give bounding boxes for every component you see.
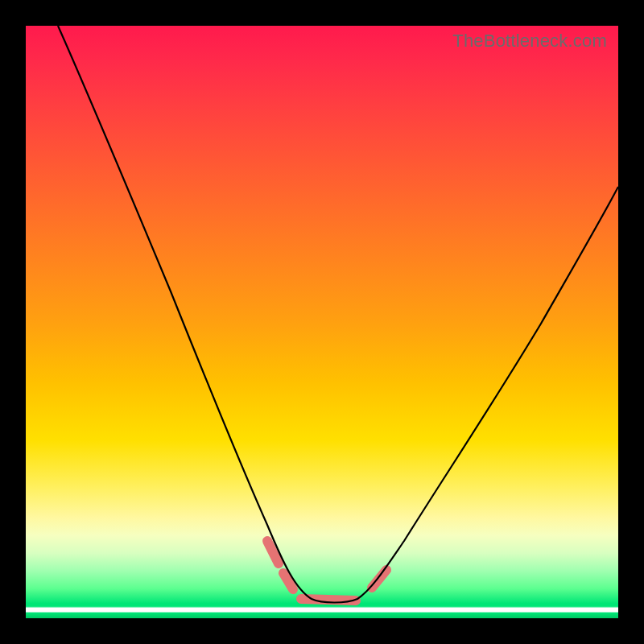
chart-frame: TheBottleneck.com	[0, 0, 644, 644]
bottleneck-curve	[26, 26, 618, 618]
highlight-markers	[267, 541, 386, 601]
watermark-text: TheBottleneck.com	[452, 31, 607, 52]
curve-path	[58, 26, 618, 603]
plot-area: TheBottleneck.com	[26, 26, 618, 618]
